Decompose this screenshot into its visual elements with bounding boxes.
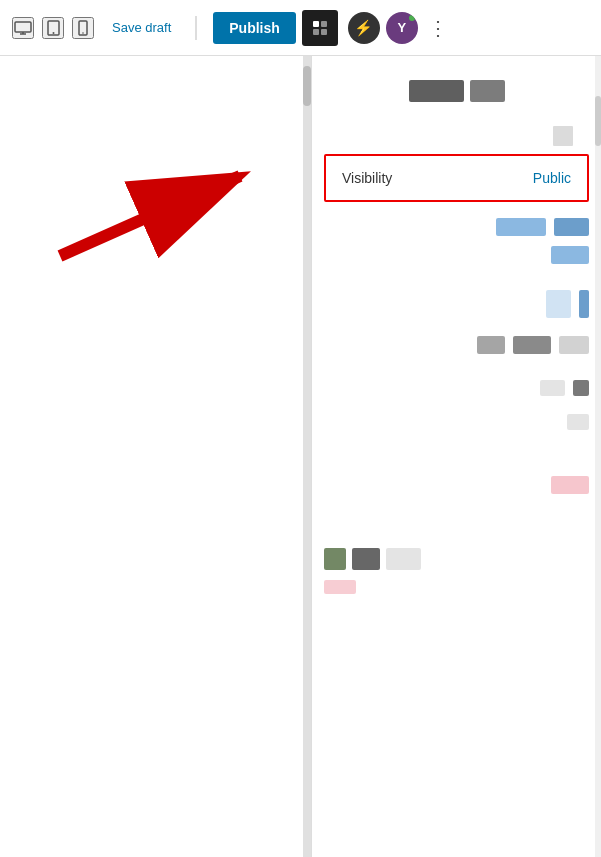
sidebar-row-7 (324, 476, 589, 494)
publish-button[interactable]: Publish (213, 12, 296, 44)
sidebar-row-8 (324, 548, 589, 570)
editor-area (0, 56, 311, 857)
sidebar-row-5 (324, 380, 589, 396)
sidebar-scrollbar[interactable] (595, 56, 601, 857)
svg-point-4 (52, 32, 54, 34)
sidebar-scrollbar-thumb[interactable] (595, 96, 601, 146)
svg-rect-8 (313, 21, 319, 27)
svg-point-6 (82, 32, 84, 34)
svg-rect-11 (321, 29, 327, 35)
sidebar-content-blocks (312, 210, 601, 612)
lightning-button[interactable]: ⚡ (348, 12, 380, 44)
sidebar-row-6 (324, 414, 589, 430)
editor-scrollbar-track[interactable] (303, 56, 311, 857)
sidebar: Visibility Public (311, 56, 601, 857)
sidebar-row-2 (324, 246, 589, 264)
toolbar-right-icons: ⚡ Y ⋮ (348, 12, 452, 44)
device-icons (12, 17, 94, 39)
svg-rect-9 (321, 21, 327, 27)
toolbar: Save draft Publish ⚡ Y ⋮ (0, 0, 601, 56)
visibility-label: Visibility (342, 170, 392, 186)
mobile-view-button[interactable] (72, 17, 94, 39)
separator-icon (185, 17, 207, 39)
sidebar-row-3 (324, 290, 589, 318)
sidebar-header-blur (312, 56, 601, 126)
main-content: Visibility Public (0, 56, 601, 857)
svg-rect-0 (15, 22, 31, 32)
sidebar-row-4 (324, 336, 589, 354)
visibility-value[interactable]: Public (533, 170, 571, 186)
svg-rect-7 (195, 16, 197, 40)
save-draft-button[interactable]: Save draft (104, 14, 179, 41)
visibility-row[interactable]: Visibility Public (324, 154, 589, 202)
yoast-icon[interactable]: Y (386, 12, 418, 44)
more-options-button[interactable]: ⋮ (424, 16, 452, 40)
editor-scrollbar-thumb[interactable] (303, 66, 311, 106)
block-editor-button[interactable] (302, 10, 338, 46)
sidebar-row-1 (324, 218, 589, 236)
tablet-view-button[interactable] (42, 17, 64, 39)
sidebar-row-9 (324, 580, 589, 594)
svg-rect-10 (313, 29, 319, 35)
annotation-arrow (20, 156, 280, 276)
desktop-view-button[interactable] (12, 17, 34, 39)
svg-line-13 (60, 176, 240, 256)
